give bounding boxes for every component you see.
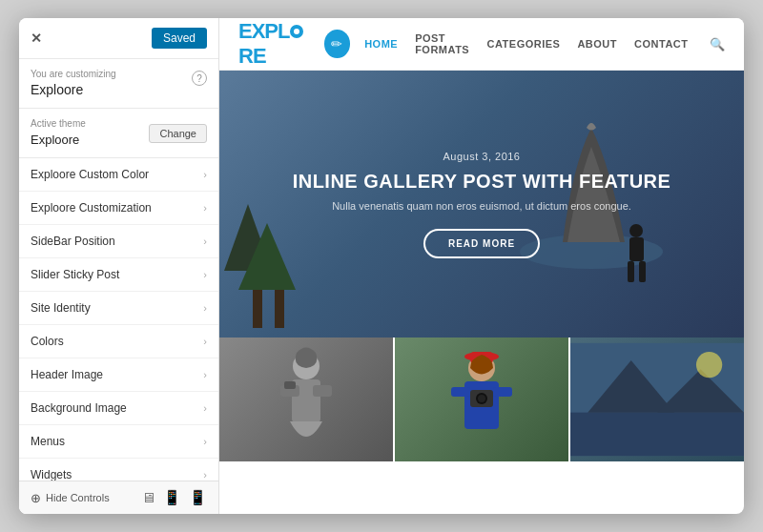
eye-icon: ⊕ bbox=[31, 491, 41, 505]
hero-content: August 3, 2016 INLINE GALLERY POST WITH … bbox=[219, 71, 744, 338]
menu-item-sidebar-position[interactable]: SideBar Position › bbox=[19, 225, 218, 258]
image-cell-1 bbox=[219, 338, 393, 461]
chevron-icon: › bbox=[203, 169, 207, 180]
color-woman-illustration bbox=[443, 347, 520, 461]
svg-rect-13 bbox=[313, 385, 332, 397]
chevron-icon: › bbox=[203, 436, 207, 447]
hide-controls-button[interactable]: ⊕ Hide Controls bbox=[31, 491, 110, 505]
chevron-icon: › bbox=[203, 402, 207, 414]
active-theme-label: Active theme bbox=[31, 118, 86, 129]
nav-home[interactable]: HOME bbox=[364, 38, 398, 50]
info-icon[interactable]: ? bbox=[192, 71, 207, 86]
menu-item-slider-sticky-post[interactable]: Slider Sticky Post › bbox=[19, 258, 218, 292]
svg-rect-24 bbox=[570, 413, 744, 457]
edit-pencil-button[interactable]: ✏ bbox=[324, 30, 350, 58]
close-button[interactable]: ✕ bbox=[31, 31, 42, 46]
svg-point-27 bbox=[696, 352, 722, 378]
bw-woman-illustration bbox=[263, 347, 349, 461]
svg-rect-22 bbox=[493, 387, 512, 397]
pencil-icon: ✏ bbox=[331, 36, 342, 51]
menu-item-exploore-custom-color[interactable]: Exploore Custom Color › bbox=[19, 158, 218, 192]
change-theme-button[interactable]: Change bbox=[149, 124, 207, 143]
hero-date: August 3, 2016 bbox=[443, 151, 520, 162]
saved-button[interactable]: Saved bbox=[152, 28, 207, 49]
menu-item-widgets[interactable]: Widgets › bbox=[19, 459, 218, 481]
nav-categories[interactable]: CATEGORIES bbox=[487, 38, 561, 50]
menu-item-menus[interactable]: Menus › bbox=[19, 425, 218, 459]
nav-about[interactable]: ABOUT bbox=[577, 38, 617, 50]
mobile-icon[interactable]: 📱 bbox=[189, 489, 207, 506]
image-grid bbox=[219, 338, 744, 461]
svg-rect-12 bbox=[284, 381, 296, 389]
app-frame: ✕ Saved You are customizing Exploore ? A… bbox=[19, 18, 744, 514]
image-cell-2 bbox=[393, 338, 568, 461]
search-icon[interactable]: 🔍 bbox=[710, 37, 726, 51]
website-preview: EXPL RE ✏ HOME POST FORMATS CATEGORIES A… bbox=[219, 18, 744, 514]
active-theme-name: Exploore bbox=[31, 133, 79, 147]
site-logo: EXPL RE bbox=[238, 19, 324, 69]
nav-links: HOME POST FORMATS CATEGORIES ABOUT CONTA… bbox=[364, 32, 725, 55]
chevron-icon: › bbox=[203, 202, 207, 214]
chevron-icon: › bbox=[203, 269, 207, 280]
panel-header: ✕ Saved bbox=[19, 18, 218, 59]
menu-item-colors[interactable]: Colors › bbox=[19, 325, 218, 358]
customizing-label: You are customizing bbox=[31, 69, 116, 79]
hero-title: INLINE GALLERY POST WITH FEATURE bbox=[293, 170, 671, 193]
image-cell-3 bbox=[568, 338, 744, 461]
panel-footer: ⊕ Hide Controls 🖥 📱 📱 bbox=[19, 481, 218, 514]
menu-list: Exploore Custom Color › Exploore Customi… bbox=[19, 158, 218, 481]
customizing-name: Exploore bbox=[31, 82, 83, 97]
menu-item-header-image[interactable]: Header Image › bbox=[19, 358, 218, 392]
chevron-icon: › bbox=[203, 369, 207, 380]
chevron-icon: › bbox=[203, 469, 207, 481]
tablet-icon[interactable]: 📱 bbox=[163, 489, 181, 506]
chevron-icon: › bbox=[203, 235, 207, 247]
menu-item-background-image[interactable]: Background Image › bbox=[19, 392, 218, 425]
hero-subtitle: Nulla venenatis quam non eros euismod, u… bbox=[332, 200, 631, 212]
svg-point-20 bbox=[478, 395, 485, 402]
svg-rect-21 bbox=[451, 387, 470, 397]
hero-section: August 3, 2016 INLINE GALLERY POST WITH … bbox=[219, 71, 744, 338]
menu-item-site-identity[interactable]: Site Identity › bbox=[19, 292, 218, 325]
chevron-icon: › bbox=[203, 336, 207, 347]
footer-device-icons: 🖥 📱 📱 bbox=[141, 489, 207, 506]
customizing-section: You are customizing Exploore ? bbox=[19, 59, 218, 109]
customizer-panel: ✕ Saved You are customizing Exploore ? A… bbox=[19, 18, 219, 514]
hero-cta-button[interactable]: READ MORE bbox=[423, 229, 540, 258]
site-nav: EXPL RE ✏ HOME POST FORMATS CATEGORIES A… bbox=[219, 18, 744, 71]
landscape-illustration bbox=[570, 338, 744, 461]
menu-item-exploore-customization[interactable]: Exploore Customization › bbox=[19, 192, 218, 225]
active-theme-section: Active theme Exploore Change bbox=[19, 109, 218, 158]
nav-contact[interactable]: CONTACT bbox=[634, 38, 688, 50]
hide-controls-label: Hide Controls bbox=[46, 492, 110, 503]
chevron-icon: › bbox=[203, 302, 207, 314]
desktop-icon[interactable]: 🖥 bbox=[141, 489, 155, 506]
nav-post-formats[interactable]: POST FORMATS bbox=[415, 32, 469, 55]
